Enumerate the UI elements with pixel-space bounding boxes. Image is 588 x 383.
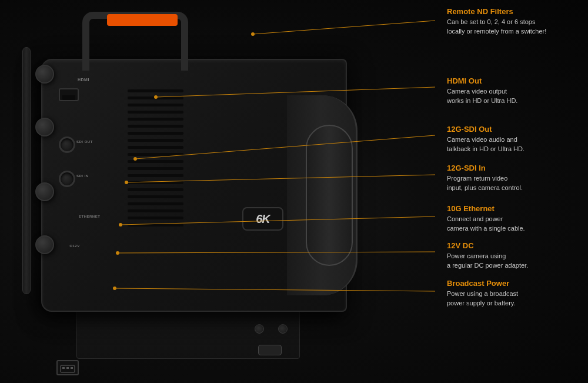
lens-mount-area	[287, 95, 358, 295]
cage-knob	[35, 235, 54, 254]
ethernet-label: ETHERNET	[79, 215, 100, 218]
hdmi-out-title: HDMI Out	[447, 76, 582, 85]
annotation-10g-ethernet: 10G Ethernet Connect and powercamera wit…	[447, 204, 582, 234]
12g-sdi-in-title: 12G-SDI In	[447, 164, 582, 172]
vent-line	[128, 104, 183, 106]
sdi-out-label: SDI OUT	[76, 140, 93, 144]
lens-ring	[306, 125, 353, 266]
6k-badge: 6K	[242, 207, 283, 231]
6k-badge-text: 6K	[256, 212, 270, 226]
cage-knob	[35, 118, 54, 136]
cage-knob	[35, 65, 54, 84]
vent-line	[128, 139, 183, 142]
svg-rect-3	[71, 367, 73, 369]
ethernet-port	[56, 360, 79, 375]
annotation-broadcast-power: Broadcast Power Power using a broadcastp…	[447, 279, 582, 308]
annotation-hdmi-out: HDMI Out Camera video outputworks in HD …	[447, 76, 582, 106]
12g-sdi-out-desc: Camera video audio andtalkback in HD or …	[447, 135, 582, 154]
ethernet-icon	[59, 362, 76, 374]
broadcast-power-desc: Power using a broadcastpower supply or b…	[447, 289, 582, 308]
10g-ethernet-desc: Connect and powercamera with a single ca…	[447, 215, 582, 234]
broadcast-power-title: Broadcast Power	[447, 279, 582, 288]
svg-rect-1	[62, 367, 65, 369]
12v-label: ⊙12V	[69, 244, 80, 248]
12v-dc-title: 12V DC	[447, 241, 582, 250]
vent-line	[128, 181, 183, 184]
10g-ethernet-title: 10G Ethernet	[447, 204, 582, 213]
annotation-12g-sdi-out: 12G-SDI Out Camera video audio andtalkba…	[447, 125, 582, 154]
camera-assembly: 6K HDMI SDI OUT SDI IN	[18, 12, 382, 359]
remote-nd-desc: Can be set to 0, 2, 4 or 6 stopslocally …	[447, 18, 582, 36]
mount-screw	[278, 324, 288, 334]
vent-line	[128, 174, 183, 177]
vent-line	[128, 188, 183, 191]
hdmi-out-desc: Camera video outputworks in HD or Ultra …	[447, 87, 582, 106]
camera-handle-top	[82, 12, 188, 71]
mount-latch	[258, 345, 282, 355]
vent-line	[128, 195, 183, 198]
vent-line	[128, 160, 183, 163]
product-scene: 6K HDMI SDI OUT SDI IN	[0, 0, 588, 383]
vent-line	[128, 146, 183, 149]
vent-line	[128, 111, 183, 114]
12g-sdi-in-desc: Program return videoinput, plus camera c…	[447, 174, 582, 193]
remote-nd-title: Remote ND Filters	[447, 7, 582, 16]
vent-line	[128, 96, 183, 99]
vent-line	[128, 89, 183, 92]
vent-line	[128, 217, 183, 219]
12v-dc-desc: Power camera usinga regular DC power ada…	[447, 252, 582, 271]
svg-rect-2	[66, 367, 69, 369]
cage-bar	[22, 47, 31, 294]
vent-line	[128, 224, 183, 227]
vent-line	[128, 125, 183, 128]
mount-screw	[255, 324, 264, 334]
vent-line	[128, 202, 183, 205]
vent-line	[128, 132, 183, 135]
sdi-in-label: SDI IN	[76, 174, 89, 178]
annotation-12v-dc: 12V DC Power camera usinga regular DC po…	[447, 241, 582, 271]
camera-cage	[18, 47, 65, 294]
annotation-remote-nd: Remote ND Filters Can be set to 0, 2, 4 …	[447, 7, 582, 36]
vent-grill	[128, 89, 183, 237]
vent-line	[128, 209, 183, 212]
camera-body: 6K HDMI SDI OUT SDI IN	[41, 59, 347, 312]
12g-sdi-out-title: 12G-SDI Out	[447, 125, 582, 134]
vent-line	[128, 153, 183, 156]
hdmi-port-label: HDMI	[78, 78, 89, 82]
vent-line	[128, 167, 183, 170]
annotation-12g-sdi-in: 12G-SDI In Program return videoinput, pl…	[447, 164, 582, 193]
cage-knob	[35, 182, 54, 201]
vent-line	[128, 118, 183, 121]
